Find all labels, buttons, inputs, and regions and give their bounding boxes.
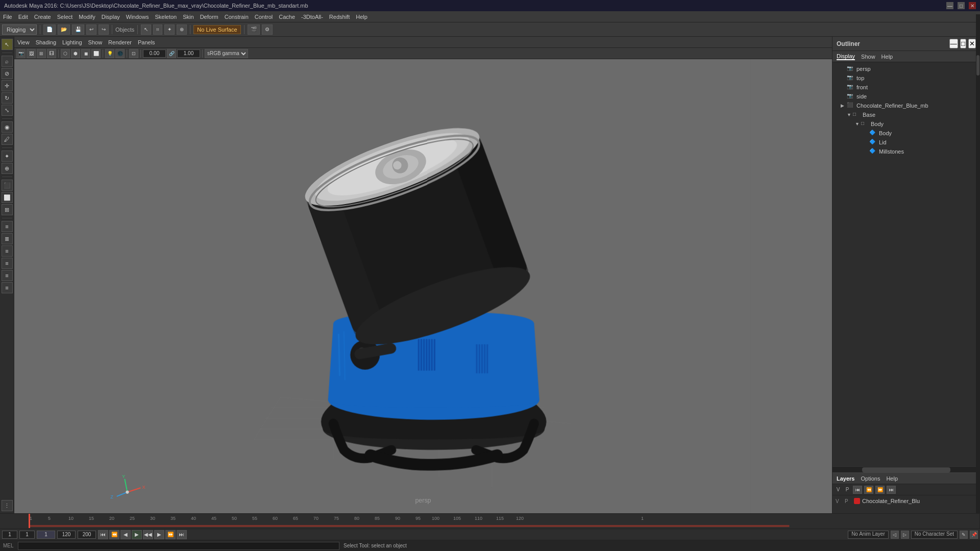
- vp-menu-renderer[interactable]: Renderer: [108, 39, 132, 45]
- playback-next-frame-btn[interactable]: ▶: [154, 530, 164, 539]
- tree-item-millstones[interactable]: 🔷 Millstones: [832, 147, 980, 156]
- snap-btn[interactable]: ⊕: [177, 24, 187, 35]
- save-btn[interactable]: 💾: [72, 24, 84, 35]
- lasso-select[interactable]: ⌕: [2, 56, 13, 67]
- select-tool-lt[interactable]: ↖: [2, 39, 13, 50]
- rotate-tool[interactable]: ↻: [2, 92, 13, 104]
- playback-prev-frame-btn[interactable]: ◀: [120, 530, 131, 539]
- scale-tool[interactable]: ⤡: [2, 105, 13, 116]
- extra-5[interactable]: ≡: [2, 270, 13, 281]
- playback-play-back-btn[interactable]: ◀◀: [143, 530, 153, 539]
- lasso-btn[interactable]: ⌗: [153, 24, 162, 35]
- vp-menu-view[interactable]: View: [17, 39, 30, 45]
- extra-3[interactable]: ≡: [2, 245, 13, 257]
- vt-value1[interactable]: [143, 49, 166, 58]
- keyframe-marker-btn[interactable]: 1: [37, 531, 55, 539]
- vt-cam-select[interactable]: 📷: [16, 49, 26, 58]
- layers-options-tab[interactable]: Options: [861, 475, 880, 482]
- select-tool-btn[interactable]: ↖: [141, 24, 151, 35]
- vt-smooth[interactable]: ⬢: [71, 49, 80, 58]
- tree-item-side[interactable]: 📷 side: [832, 92, 980, 101]
- tree-item-main-mesh[interactable]: ▶ ⬛ Chocolate_Refiner_Blue_mb: [832, 101, 980, 110]
- vt-link[interactable]: 🔗: [167, 49, 176, 58]
- open-btn[interactable]: 📂: [58, 24, 70, 35]
- soft-select[interactable]: ◉: [2, 121, 13, 133]
- outliner-float[interactable]: □: [960, 39, 966, 48]
- menu-display[interactable]: Display: [102, 14, 120, 20]
- menu-create[interactable]: Create: [34, 14, 51, 20]
- layer-next-btn[interactable]: ⏩: [875, 486, 885, 494]
- vt-flat[interactable]: ◼: [81, 49, 90, 58]
- menu-windows[interactable]: Windows: [126, 14, 149, 20]
- playback-start-btn[interactable]: ⏮: [98, 530, 108, 539]
- layer-color-swatch[interactable]: [854, 498, 860, 504]
- layer-prev-btn[interactable]: ⏪: [864, 486, 873, 494]
- right-scrollbar[interactable]: [976, 14, 980, 514]
- vt-shadow[interactable]: 🌑: [115, 49, 125, 58]
- playback-end-btn[interactable]: ⏭: [177, 530, 187, 539]
- vp-menu-lighting[interactable]: Lighting: [62, 39, 82, 45]
- redo-btn[interactable]: ↪: [99, 24, 109, 35]
- render-proxy[interactable]: ⬛: [2, 180, 13, 191]
- layer-add-btn[interactable]: ⏮: [853, 486, 862, 494]
- move-tool[interactable]: ✛: [2, 80, 13, 91]
- extra-2[interactable]: ≣: [2, 233, 13, 244]
- render-options-btn[interactable]: ⚙: [262, 24, 273, 35]
- char-set-prev-btn[interactable]: ◁: [891, 531, 899, 539]
- menu-edit[interactable]: Edit: [18, 14, 28, 20]
- extra-1[interactable]: ≡: [2, 221, 13, 232]
- outliner-tab-show[interactable]: Show: [861, 54, 875, 60]
- frame-start-input[interactable]: [2, 531, 17, 539]
- menu-constrain[interactable]: Constrain: [225, 14, 249, 20]
- extra-4[interactable]: ≡: [2, 258, 13, 269]
- minimize-button[interactable]: —: [946, 2, 953, 9]
- joint-tool[interactable]: ✦: [2, 151, 13, 162]
- tree-item-base[interactable]: ▼ □ Base: [832, 110, 980, 119]
- mel-input[interactable]: [18, 542, 339, 550]
- ik-tool[interactable]: ⊕: [2, 163, 13, 174]
- outliner-content[interactable]: 📷 persp 📷 top 📷 front 📷: [832, 62, 980, 466]
- extra-6[interactable]: ≡: [2, 282, 13, 293]
- canvas-area[interactable]: persp X Y Z: [14, 59, 832, 513]
- playback-prev-key-btn[interactable]: ⏪: [109, 530, 119, 539]
- view-cube[interactable]: ⬜: [2, 192, 13, 203]
- playback-next-key-btn[interactable]: ⏩: [165, 530, 176, 539]
- menu-deform[interactable]: Deform: [200, 14, 218, 20]
- char-set-edit-btn[interactable]: ✎: [960, 531, 968, 539]
- undo-btn[interactable]: ↩: [86, 24, 96, 35]
- paint-select-btn[interactable]: ✦: [164, 24, 175, 35]
- outliner-scrollbar-h[interactable]: [832, 466, 980, 472]
- menu-skeleton[interactable]: Skeleton: [155, 14, 177, 20]
- layers-tab[interactable]: Layers: [837, 475, 854, 482]
- menu-file[interactable]: File: [3, 14, 12, 20]
- vt-img-plane[interactable]: 🖼: [27, 49, 36, 58]
- vp-menu-panels[interactable]: Panels: [138, 39, 155, 45]
- layer-row-1[interactable]: V P Chocolate_Refiner_Blu: [832, 495, 980, 507]
- char-set-next-btn[interactable]: ▷: [901, 531, 909, 539]
- paint-select[interactable]: ⊘: [2, 68, 13, 79]
- scrollbar-thumb-h[interactable]: [862, 467, 950, 472]
- sculpt-tool[interactable]: 🖊: [2, 134, 13, 145]
- vp-menu-shading[interactable]: Shading: [36, 39, 56, 45]
- tree-item-top[interactable]: 📷 top: [832, 73, 980, 83]
- maximize-button[interactable]: □: [958, 2, 965, 9]
- menu-modify[interactable]: Modify: [79, 14, 95, 20]
- timeline-numbers[interactable]: 1 5 10 15 20 25 30 35 40 45 50 55 60 65 …: [29, 514, 980, 529]
- menu-cache[interactable]: Cache: [279, 14, 295, 20]
- menu-control[interactable]: Control: [255, 14, 273, 20]
- outliner-tab-help[interactable]: Help: [881, 54, 893, 60]
- tree-item-front[interactable]: 📷 front: [832, 83, 980, 92]
- mode-select[interactable]: Rigging: [2, 24, 37, 35]
- outliner-tab-display[interactable]: Display: [837, 53, 855, 60]
- tree-item-lid[interactable]: 🔷 Lid: [832, 138, 980, 147]
- tree-item-body-group[interactable]: ▼ □ Body: [832, 119, 980, 129]
- vt-wireframe[interactable]: ⬡: [61, 49, 70, 58]
- menu-skin[interactable]: Skin: [183, 14, 193, 20]
- vt-lights[interactable]: 💡: [105, 49, 114, 58]
- layer-end-btn[interactable]: ⏭: [887, 486, 896, 494]
- vt-film-gate[interactable]: 🎞: [47, 49, 56, 58]
- menu-3dtoall[interactable]: -3DtoAll-: [301, 14, 323, 20]
- outliner-close[interactable]: ✕: [968, 39, 976, 48]
- show-all[interactable]: ⊞: [2, 204, 13, 215]
- right-scrollbar-thumb[interactable]: [976, 55, 979, 76]
